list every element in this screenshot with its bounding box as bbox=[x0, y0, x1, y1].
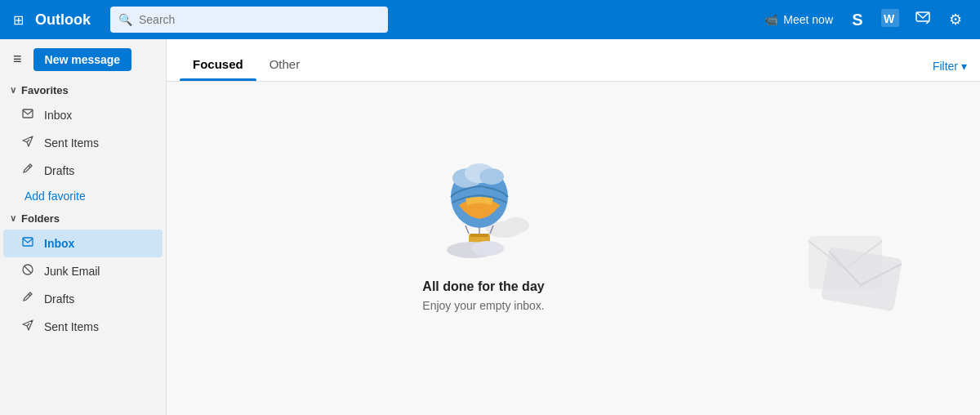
svg-line-4 bbox=[27, 140, 29, 142]
content-area: Focused Other Filter ▾ bbox=[167, 39, 980, 415]
sidebar-item-drafts-folder[interactable]: Drafts bbox=[3, 285, 163, 313]
svg-line-5 bbox=[29, 166, 30, 167]
envelope-illustration bbox=[800, 208, 915, 322]
video-icon: 📹 bbox=[764, 13, 778, 26]
sent-folder-label: Sent Items bbox=[44, 320, 99, 333]
sidebar-item-drafts-favorites[interactable]: Drafts bbox=[3, 157, 163, 185]
meet-now-button[interactable]: 📹 Meet now bbox=[758, 10, 840, 29]
svg-line-8 bbox=[29, 294, 30, 296]
skype-icon-button[interactable]: S bbox=[843, 5, 872, 34]
svg-point-22 bbox=[471, 241, 504, 256]
svg-point-11 bbox=[503, 217, 529, 234]
empty-state-center: All done for the day Enjoy your empty in… bbox=[167, 152, 800, 345]
main-area: ≡ New message ∨ Favorites Inbox bbox=[0, 39, 980, 415]
tab-other[interactable]: Other bbox=[256, 47, 314, 81]
feedback-icon-button[interactable] bbox=[908, 5, 938, 34]
search-icon: 🔍 bbox=[118, 13, 132, 26]
inbox-folder-icon bbox=[20, 235, 36, 252]
favorites-section-header[interactable]: ∨ Favorites bbox=[0, 79, 166, 101]
topbar: ⊞ Outlook 🔍 📹 Meet now S W bbox=[0, 0, 980, 39]
add-favorite-link[interactable]: Add favorite bbox=[0, 185, 166, 208]
sidebar-item-sent-folder[interactable]: Sent Items bbox=[3, 313, 163, 341]
sidebar-item-inbox-favorites[interactable]: Inbox bbox=[3, 101, 163, 129]
folders-chevron-icon: ∨ bbox=[10, 213, 16, 224]
filter-label: Filter bbox=[933, 60, 958, 73]
meet-now-label: Meet now bbox=[783, 13, 833, 26]
empty-state-subtitle: Enjoy your empty inbox. bbox=[422, 299, 544, 312]
favorites-chevron-icon: ∨ bbox=[10, 85, 16, 96]
topbar-actions: 📹 Meet now S W ⚙ bbox=[758, 5, 970, 34]
folders-section-header[interactable]: ∨ Folders bbox=[0, 208, 166, 230]
search-input[interactable] bbox=[139, 13, 380, 26]
svg-rect-20 bbox=[470, 234, 488, 237]
settings-icon: ⚙ bbox=[949, 11, 962, 29]
tab-focused[interactable]: Focused bbox=[180, 47, 256, 81]
inbox-fav-icon bbox=[20, 107, 36, 123]
empty-state-title: All done for the day bbox=[422, 279, 544, 294]
sent-fav-icon bbox=[20, 135, 36, 151]
drafts-folder-label: Drafts bbox=[44, 292, 74, 306]
sidebar-item-sent-favorites[interactable]: Sent Items bbox=[3, 129, 163, 157]
drafts-folder-icon bbox=[20, 291, 36, 307]
folder-header: Focused Other Filter ▾ bbox=[167, 39, 980, 82]
sidebar: ≡ New message ∨ Favorites Inbox bbox=[0, 39, 167, 415]
grid-icon[interactable]: ⊞ bbox=[10, 9, 27, 31]
skype-icon: S bbox=[852, 11, 862, 29]
junk-folder-label: Junk Email bbox=[44, 265, 100, 278]
svg-point-15 bbox=[479, 168, 504, 185]
empty-state-area: All done for the day Enjoy your empty in… bbox=[167, 82, 980, 415]
inbox-fav-label: Inbox bbox=[44, 109, 72, 122]
new-message-button[interactable]: New message bbox=[33, 48, 132, 71]
svg-line-16 bbox=[466, 225, 469, 234]
drafts-fav-icon bbox=[20, 163, 36, 179]
sent-fav-label: Sent Items bbox=[44, 136, 99, 149]
filter-button[interactable]: Filter ▾ bbox=[933, 60, 967, 73]
svg-text:W: W bbox=[884, 12, 895, 25]
svg-line-9 bbox=[27, 324, 29, 326]
sidebar-item-junk-folder[interactable]: Junk Email bbox=[3, 257, 163, 285]
settings-icon-button[interactable]: ⚙ bbox=[941, 5, 970, 34]
inbox-folder-label: Inbox bbox=[44, 237, 74, 250]
app-logo: Outlook bbox=[35, 11, 91, 29]
word-icon-button[interactable]: W bbox=[875, 5, 905, 34]
sidebar-item-inbox-folder[interactable]: Inbox bbox=[3, 230, 163, 257]
filter-chevron-icon: ▾ bbox=[961, 60, 967, 73]
svg-line-7 bbox=[24, 266, 31, 273]
folders-label: Folders bbox=[21, 212, 60, 225]
balloon-illustration bbox=[434, 152, 532, 266]
sidebar-toolbar: ≡ New message bbox=[0, 39, 166, 79]
hamburger-button[interactable]: ≡ bbox=[10, 47, 25, 71]
feedback-icon bbox=[915, 10, 931, 30]
favorites-label: Favorites bbox=[21, 84, 69, 96]
drafts-fav-label: Drafts bbox=[44, 164, 74, 177]
search-box[interactable]: 🔍 bbox=[110, 7, 388, 33]
junk-folder-icon bbox=[20, 263, 36, 279]
sent-folder-icon bbox=[20, 319, 36, 335]
word-icon: W bbox=[881, 9, 899, 30]
